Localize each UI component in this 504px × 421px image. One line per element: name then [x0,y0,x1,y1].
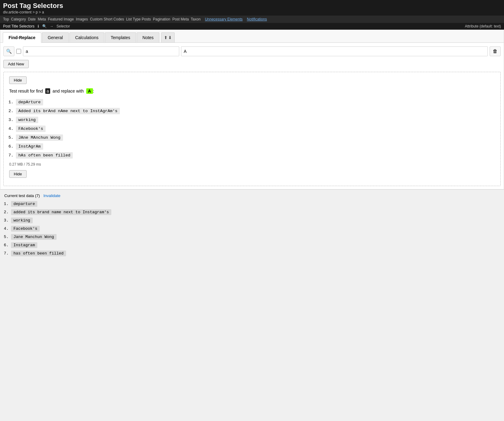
sort-down-icon[interactable]: ⬇ [168,35,172,40]
hide-bottom-button[interactable]: Hide [9,170,27,178]
replace-input[interactable] [181,46,488,56]
list-item: added its brand name next to Instagram's [11,209,500,215]
top-header: Post Tag Selectors div.article-content >… [0,0,504,16]
current-test-header: Current test data (7) Invalidate [4,193,500,198]
search-checkbox[interactable] [16,49,21,54]
list-item: working [16,117,495,123]
list-item: has often been filled [11,251,500,256]
breadcrumb: div.article-content > p > a [3,10,501,14]
hide-top-button[interactable]: Hide [9,76,27,84]
list-item: FAcebook's [16,126,495,132]
result-box: Hide Test result for find a and replace … [3,72,501,186]
list-item: hAs often been filled [16,152,495,159]
search-row: 🔍 🗑 [0,43,504,60]
unnecessary-elements-link[interactable]: Unnecessary Elements [205,17,243,21]
list-item: Instagram [11,242,500,248]
attribute-text: Attribute (default: text) [465,24,501,28]
result-description: Test result for find a and replace with … [9,88,495,94]
replace-term-highlight: A [86,88,93,94]
selector-icon-info: ℹ [38,24,39,28]
list-item: Jane Manchun Wong [11,234,500,240]
selector-icon-arrow: → [50,24,54,28]
data-list: departure added its brand name next to I… [11,201,500,256]
page-title: Post Tag Selectors [3,2,501,10]
list-item: departure [11,201,500,207]
desc-middle: and replace with [53,89,84,93]
list-item: JAne MAnchun Wong [16,134,495,141]
add-new-button[interactable]: Add New [3,60,29,68]
bottom-section: Current test data (7) Invalidate departu… [0,189,504,264]
stats-row: 0.27 MB / 75.29 ms [9,162,495,167]
selector-row: Post Title Selectors ℹ 🔍 → Selector Attr… [0,23,504,30]
selector-row-label: Post Title Selectors [3,24,35,28]
list-item: Facebook's [11,226,500,232]
current-test-label: Current test data (7) [4,193,40,198]
tab-calculations[interactable]: Calculations [69,32,104,42]
list-item: Added its brAnd nAme next to InstAgrAm's [16,108,495,114]
list-item: InstAgrAm [16,143,495,150]
desc-prefix: Test result for find [9,89,43,93]
sort-up-icon[interactable]: ⬆ [164,35,168,40]
main-content: Find-Replace General Calculations Templa… [0,30,504,189]
delete-button[interactable]: 🗑 [490,46,501,56]
nav-bar: Top Category Date Meta Featured Image Im… [0,16,504,23]
tabs-container: Find-Replace General Calculations Templa… [0,30,504,43]
list-item: working [11,218,500,223]
selector-icon-search: 🔍 [42,24,47,28]
tab-sort-icons[interactable]: ⬆ ⬇ [161,32,175,42]
find-input[interactable] [23,46,179,56]
nav-prefix: Top Category Date Meta Featured Image Im… [3,17,203,21]
tab-templates[interactable]: Templates [105,32,136,42]
notifications-link[interactable]: Notifications [247,17,267,21]
selector-text: Selector [57,24,70,28]
tab-notes[interactable]: Notes [137,32,160,42]
desc-suffix: : [93,89,94,93]
result-list: depArture Added its brAnd nAme next to I… [16,99,495,159]
search-button[interactable]: 🔍 [3,46,14,56]
tab-find-replace[interactable]: Find-Replace [3,32,41,43]
list-item: depArture [16,99,495,105]
tab-general[interactable]: General [42,32,69,42]
invalidate-link[interactable]: Invalidate [43,193,61,198]
find-term-highlight: a [45,88,50,94]
